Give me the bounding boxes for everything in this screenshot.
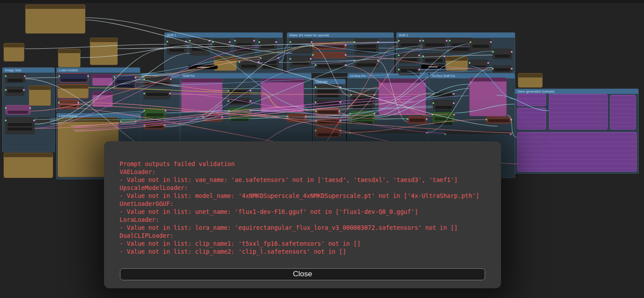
node[interactable] [290,39,312,53]
node[interactable] [287,113,306,122]
validation-error-line: - Value not in list: lora_name: 'equirec… [120,224,492,232]
node[interactable] [228,88,251,96]
node[interactable] [423,38,447,51]
node[interactable] [315,84,341,97]
preview-image-node[interactable] [469,77,507,116]
validation-error-line: - Value not in list: vae_name: 'ae.safet… [120,176,492,184]
note-node[interactable] [25,4,85,34]
node[interactable] [144,90,170,99]
node[interactable] [203,114,223,122]
group-title: Load models [57,68,140,73]
note-node[interactable] [446,56,468,71]
error-node[interactable] [316,108,340,116]
node[interactable] [290,56,311,67]
node[interactable] [470,39,491,52]
node[interactable] [398,38,420,49]
sampler-node[interactable] [228,108,251,121]
error-note-node[interactable] [58,84,89,98]
node[interactable] [445,131,511,134]
preview-image-node[interactable] [517,108,546,130]
node[interactable] [354,58,378,67]
group-title: Make 3/4 mask for upscale [287,33,393,38]
node[interactable] [5,73,25,83]
node[interactable] [235,38,255,55]
validation-error-line: VAELoader: [120,168,492,176]
preview-image-node[interactable] [549,94,608,130]
node[interactable] [5,105,31,115]
node[interactable] [228,98,251,105]
node[interactable] [493,49,512,59]
preview-image-node[interactable] [610,95,636,130]
node[interactable] [144,76,171,87]
node[interactable] [351,92,375,109]
preview-image-node[interactable] [92,91,113,107]
error-node[interactable] [114,74,136,90]
validation-error-line: - Value not in list: clip_name1: 't5xxl_… [120,240,492,248]
validation-error-line: DualCLIPLoader: [120,232,492,240]
node[interactable] [315,128,341,137]
preview-image-node[interactable] [181,78,223,112]
node[interactable] [260,55,279,69]
node[interactable] [239,59,259,70]
node[interactable] [398,66,420,75]
validation-error-line: - Value not in list: model_name: '4xNMKD… [120,192,492,200]
node[interactable] [212,39,230,52]
preview-image-node[interactable] [517,132,637,172]
error-node[interactable] [58,100,79,109]
group-title: Upscale [313,79,345,84]
validation-error-line: LoraLoader: [120,216,492,224]
node[interactable] [37,117,50,124]
widget-value[interactable] [421,65,445,69]
sampler-node[interactable] [350,111,375,124]
node[interactable] [449,38,471,53]
node[interactable] [350,130,427,133]
workflow-canvas[interactable]: Image SizeLoad modelsLora loadingShift 1… [0,0,644,298]
node[interactable] [312,52,346,58]
group-title: Image Size [3,68,54,73]
preview-image-node[interactable] [261,78,304,112]
node[interactable] [167,39,186,54]
node[interactable] [5,87,24,96]
note-node[interactable] [29,85,51,106]
node[interactable] [315,99,341,106]
window-top-strip [0,0,644,3]
sampler-node[interactable] [432,112,455,124]
validation-error-line: Prompt outputs failed validation [120,160,492,168]
note-node[interactable] [90,38,118,65]
widget-value[interactable] [188,65,218,69]
note-node[interactable] [4,43,24,62]
node[interactable] [189,38,210,55]
node[interactable] [433,100,454,110]
node[interactable] [354,39,378,54]
node[interactable] [469,60,489,70]
node[interactable] [144,122,165,129]
node[interactable] [5,117,35,134]
group-title: Shift Fix [181,74,311,78]
validation-error-line: - Value not in list: clip_name2: 'clip_l… [120,248,492,255]
node[interactable] [486,116,512,124]
group-title: Shift 1 [165,33,282,38]
preview-image-node[interactable] [378,79,426,115]
node[interactable] [433,91,454,97]
node[interactable] [398,52,420,63]
node[interactable] [315,62,346,69]
note-node[interactable] [518,73,543,88]
validation-error-line: UnetLoaderGGUF: [120,200,492,208]
node[interactable] [312,42,346,50]
node[interactable] [407,116,427,124]
sampler-node[interactable] [144,108,166,120]
node[interactable] [492,66,512,73]
note-node[interactable] [214,56,237,71]
validation-error-text: Prompt outputs failed validationVAELoade… [120,160,492,255]
error-node[interactable] [59,73,89,82]
preview-image-node[interactable] [517,93,546,106]
validation-error-line: UpscaleModelLoader: [120,184,492,192]
close-button[interactable]: Close [120,268,485,280]
node[interactable] [316,118,341,126]
node[interactable] [259,39,277,52]
note-node[interactable] [4,153,53,178]
note-node[interactable] [58,49,81,67]
node[interactable] [120,118,136,125]
node[interactable] [423,53,445,63]
preview-image-node[interactable] [92,74,113,86]
